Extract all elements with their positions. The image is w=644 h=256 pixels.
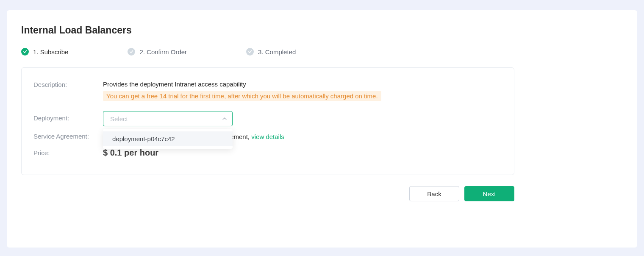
row-description: Description: Provides the deployment Int… (33, 81, 502, 101)
label-service-agreement: Service Agreement: (33, 132, 103, 140)
value-description: Provides the deployment Intranet access … (103, 81, 502, 101)
value-deployment: Select deployment-p04c7c42 (103, 111, 502, 126)
page-title: Internal Load Balancers (21, 25, 623, 36)
step-completed: 3. Completed (246, 48, 296, 56)
step-separator (74, 52, 122, 52)
form-panel: Description: Provides the deployment Int… (21, 67, 514, 175)
step-indicator: 1. Subscribe 2. Confirm Order 3. Complet… (21, 48, 623, 56)
label-price: Price: (33, 148, 103, 156)
check-circle-icon (128, 48, 135, 56)
value-price: $ 0.1 per hour (103, 148, 502, 158)
action-bar: Back Next (21, 186, 514, 201)
trial-notice: You can get a free 14 trial for the firs… (103, 91, 381, 101)
deployment-dropdown: deployment-p04c7c42 (103, 129, 233, 149)
check-circle-icon (21, 48, 29, 56)
step-confirm-order: 2. Confirm Order (128, 48, 187, 56)
description-text: Provides the deployment Intranet access … (103, 81, 502, 88)
agreement-text: ement, (230, 133, 251, 140)
main-card: Internal Load Balancers 1. Subscribe 2. … (7, 10, 637, 248)
deployment-select[interactable]: Select (103, 111, 233, 126)
check-circle-icon (246, 48, 254, 56)
row-deployment: Deployment: Select deployment-p04c7c42 (33, 111, 502, 126)
label-deployment: Deployment: (33, 111, 103, 122)
row-price: Price: $ 0.1 per hour (33, 148, 502, 158)
label-description: Description: (33, 81, 103, 88)
deployment-option[interactable]: deployment-p04c7c42 (103, 131, 233, 146)
view-details-link[interactable]: view details (251, 133, 284, 140)
step-label: 3. Completed (258, 48, 296, 56)
chevron-up-icon (222, 115, 227, 122)
step-label: 2. Confirm Order (139, 48, 187, 56)
step-subscribe: 1. Subscribe (21, 48, 68, 56)
step-separator (193, 52, 240, 52)
price-text: $ 0.1 per hour (103, 148, 158, 157)
next-button[interactable]: Next (464, 186, 514, 201)
select-placeholder: Select (110, 115, 128, 122)
step-label: 1. Subscribe (33, 48, 68, 56)
back-button[interactable]: Back (409, 186, 459, 201)
